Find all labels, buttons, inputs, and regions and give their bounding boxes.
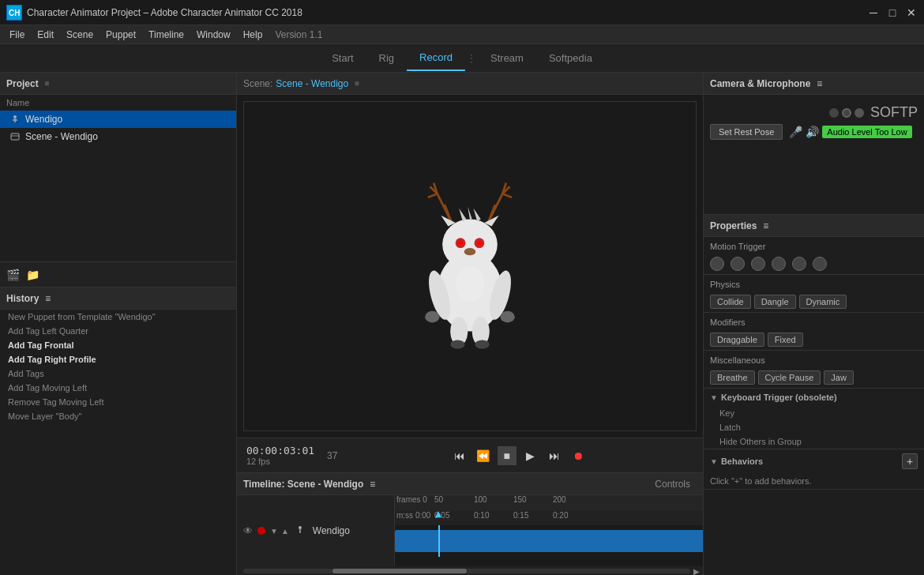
track-record-indicator: [257, 527, 265, 535]
history-item-6[interactable]: Remove Tag Moving Left: [0, 395, 236, 409]
titlebar: CH Character Animator Project – Adobe Ch…: [0, 0, 924, 25]
history-item-1[interactable]: Add Tag Left Quarter: [0, 324, 236, 338]
menu-file[interactable]: File: [3, 28, 31, 42]
physics-title: Physics: [704, 275, 924, 291]
menu-window[interactable]: Window: [190, 28, 237, 42]
keyboard-trigger-arrow: ▼: [710, 393, 718, 402]
rest-pose-button[interactable]: Set Rest Pose: [710, 124, 783, 140]
menu-puppet[interactable]: Puppet: [100, 28, 142, 42]
fps-display: 12 fps: [246, 457, 314, 466]
film-icon[interactable]: 🎬: [6, 269, 20, 281]
transport-controls: 00:00:03:01 12 fps 37 ⏮ ⏪ ■ ▶ ⏭ ⏺: [237, 438, 703, 472]
jaw-button[interactable]: Jaw: [824, 370, 854, 385]
project-name-column: Name: [0, 95, 236, 111]
history-item-4[interactable]: Add Tags: [0, 366, 236, 381]
history-item-3[interactable]: Add Tag Right Profile: [0, 352, 236, 366]
add-behavior-button[interactable]: +: [902, 453, 918, 469]
dynamic-button[interactable]: Dynamic: [799, 295, 847, 309]
playhead[interactable]: [438, 525, 440, 557]
svg-marker-27: [474, 209, 481, 222]
breathe-button[interactable]: Breathe: [710, 370, 755, 385]
scroll-right-icon[interactable]: ▶: [693, 567, 700, 576]
history-item-5[interactable]: Add Tag Moving Left: [0, 381, 236, 395]
time-mark-0: m:ss 0:00: [396, 511, 430, 520]
ruler-mark-50: 50: [434, 495, 443, 504]
window-title: Character Animator Project – Adobe Chara…: [27, 7, 867, 18]
keyboard-trigger-header[interactable]: ▼ Keyboard Trigger (obsolete): [704, 389, 924, 406]
track-expand-icon[interactable]: ▼: [270, 527, 278, 536]
behaviors-title: Behaviors: [721, 457, 902, 466]
menu-timeline[interactable]: Timeline: [142, 28, 190, 42]
menubar: File Edit Scene Puppet Timeline Window H…: [0, 25, 924, 44]
skip-back-button[interactable]: ⏮: [450, 446, 469, 465]
controls-tab[interactable]: Controls: [648, 477, 697, 491]
timeline-ruler[interactable]: frames 0 50 100 150 200 m:ss 0:00 0:05 0…: [395, 495, 703, 566]
behaviors-header: ▼ Behaviors +: [704, 449, 924, 473]
scene-menu-icon[interactable]: ≡: [355, 79, 359, 88]
keyboard-hide-others-item: Hide Others in Group: [704, 434, 924, 449]
close-button[interactable]: ✕: [905, 6, 918, 19]
svg-point-38: [299, 526, 302, 529]
cycle-pause-button[interactable]: Cycle Pause: [758, 370, 821, 385]
main-layout: Project ≡ Name Wendigo Scene - Wendigo 🎬…: [0, 73, 924, 575]
svg-point-21: [458, 241, 463, 246]
project-menu-icon[interactable]: ≡: [45, 79, 50, 88]
scene-icon: [9, 131, 21, 142]
tab-record[interactable]: Record: [407, 45, 465, 71]
play-button[interactable]: ▶: [521, 446, 540, 465]
tab-softpedia[interactable]: Softpedia: [536, 46, 605, 70]
project-item-wendigo[interactable]: Wendigo: [0, 111, 236, 128]
softpedia-watermark: SOFTP: [870, 104, 918, 121]
motion-dot-3[interactable]: [751, 257, 765, 271]
microphone-icon[interactable]: 🎤: [789, 126, 802, 138]
tab-start[interactable]: Start: [319, 46, 366, 70]
draggable-button[interactable]: Draggable: [710, 333, 764, 347]
speaker-icon[interactable]: 🔊: [806, 126, 819, 138]
history-item-0[interactable]: New Puppet from Template "Wendigo": [0, 310, 236, 324]
menu-help[interactable]: Help: [237, 28, 269, 42]
motion-dot-4[interactable]: [772, 257, 786, 271]
fixed-button[interactable]: Fixed: [768, 333, 803, 347]
step-back-button[interactable]: ⏪: [474, 446, 493, 465]
tab-stream[interactable]: Stream: [478, 46, 536, 70]
project-item-scene[interactable]: Scene - Wendigo: [0, 128, 236, 145]
cam-dot-3: [855, 108, 864, 118]
maximize-button[interactable]: □: [886, 6, 899, 19]
history-item-2[interactable]: Add Tag Frontal: [0, 338, 236, 352]
ruler-mark-100: 100: [474, 495, 487, 504]
history-panel: History ≡ New Puppet from Template "Wend…: [0, 288, 236, 575]
scene-header: Scene: Scene - Wendigo ≡: [237, 73, 703, 95]
record-button[interactable]: ⏺: [569, 446, 588, 465]
collide-button[interactable]: Collide: [710, 295, 751, 309]
audio-level-status: Audio Level Too Low: [822, 126, 911, 138]
track-visibility-icon[interactable]: 👁: [243, 525, 253, 536]
project-panel: Project ≡ Name Wendigo Scene - Wendigo: [0, 73, 236, 262]
motion-dot-1[interactable]: [710, 257, 724, 271]
track-collapse-icon[interactable]: ▲: [281, 527, 289, 536]
menu-edit[interactable]: Edit: [31, 28, 60, 42]
svg-point-8: [442, 219, 498, 269]
motion-dot-6[interactable]: [813, 257, 827, 271]
history-menu-icon[interactable]: ≡: [45, 293, 51, 304]
motion-dot-5[interactable]: [792, 257, 806, 271]
audio-icons: 🎤 🔊 Audio Level Too Low: [789, 126, 911, 138]
skip-forward-button[interactable]: ⏭: [545, 446, 564, 465]
window-controls[interactable]: ─ □ ✕: [867, 6, 918, 19]
camera-menu-icon[interactable]: ≡: [817, 78, 822, 89]
motion-dot-2[interactable]: [731, 257, 745, 271]
folder-icon[interactable]: 📁: [26, 269, 39, 281]
minimize-button[interactable]: ─: [867, 6, 880, 19]
timeline-menu-icon[interactable]: ≡: [370, 479, 375, 490]
timeline-title: Timeline: Scene - Wendigo: [243, 479, 363, 490]
menu-scene[interactable]: Scene: [60, 28, 100, 42]
scene-name[interactable]: Scene - Wendigo: [276, 78, 348, 89]
frame-count: 37: [327, 450, 337, 461]
dangle-button[interactable]: Dangle: [754, 295, 796, 309]
tab-rig[interactable]: Rig: [366, 46, 408, 70]
properties-menu-icon[interactable]: ≡: [763, 220, 768, 231]
transport-buttons: ⏮ ⏪ ■ ▶ ⏭ ⏺: [344, 446, 693, 465]
stop-button[interactable]: ■: [498, 446, 516, 465]
svg-point-31: [425, 311, 439, 323]
track-clip[interactable]: [395, 530, 703, 552]
history-item-7[interactable]: Move Layer "Body": [0, 409, 236, 423]
